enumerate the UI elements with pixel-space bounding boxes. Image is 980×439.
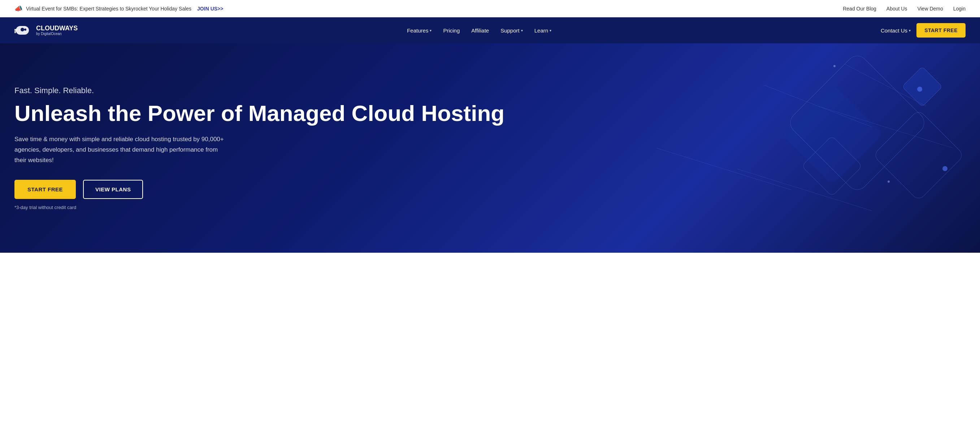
join-link[interactable]: JOIN US>> bbox=[197, 6, 223, 11]
hero-tagline: Fast. Simple. Reliable. bbox=[14, 86, 504, 95]
hero-background bbox=[441, 43, 980, 253]
svg-point-4 bbox=[21, 28, 24, 32]
nav-right-actions: Contact Us ▾ START FREE bbox=[881, 23, 966, 38]
affiliate-nav-item: Affiliate bbox=[466, 25, 494, 37]
hero-lines-svg bbox=[441, 43, 980, 253]
features-nav-item: Features ▾ bbox=[402, 25, 437, 37]
top-banner: 📣 Virtual Event for SMBs: Expert Strateg… bbox=[0, 0, 980, 17]
logo-text-block: CLOUDWAYS by DigitalOcean bbox=[36, 25, 78, 36]
logo-icon bbox=[14, 23, 32, 38]
logo[interactable]: CLOUDWAYS by DigitalOcean bbox=[14, 23, 78, 38]
learn-chevron-icon: ▾ bbox=[550, 29, 551, 32]
svg-line-9 bbox=[737, 169, 872, 211]
support-nav[interactable]: Support ▾ bbox=[495, 25, 528, 37]
hero-view-plans-button[interactable]: VIEW PLANS bbox=[83, 180, 143, 199]
support-chevron-icon: ▾ bbox=[521, 29, 523, 32]
read-our-blog-link[interactable]: Read Our Blog bbox=[843, 6, 877, 11]
announcement-bar: 📣 Virtual Event for SMBs: Expert Strateg… bbox=[14, 5, 223, 13]
announcement-text: Virtual Event for SMBs: Expert Strategie… bbox=[26, 6, 191, 11]
contact-us-link[interactable]: Contact Us ▾ bbox=[881, 27, 911, 33]
svg-line-10 bbox=[818, 106, 953, 148]
svg-line-7 bbox=[845, 64, 926, 106]
features-nav[interactable]: Features ▾ bbox=[402, 25, 437, 37]
hero-start-free-button[interactable]: START FREE bbox=[14, 180, 76, 199]
view-demo-link[interactable]: View Demo bbox=[917, 6, 943, 11]
start-free-nav-button[interactable]: START FREE bbox=[916, 23, 966, 38]
support-nav-item: Support ▾ bbox=[495, 25, 528, 37]
svg-line-8 bbox=[657, 148, 791, 190]
learn-nav-item: Learn ▾ bbox=[529, 25, 557, 37]
logo-brand: CLOUDWAYS by DigitalOcean bbox=[36, 25, 78, 36]
hero-section: Fast. Simple. Reliable. Unleash the Powe… bbox=[0, 43, 980, 253]
top-nav-links: Read Our Blog About Us View Demo Login bbox=[843, 6, 966, 11]
nav-links-list: Features ▾ Pricing Affiliate Support ▾ L… bbox=[402, 25, 557, 37]
hero-content: Fast. Simple. Reliable. Unleash the Powe… bbox=[14, 86, 504, 210]
hero-title: Unleash the Power of Managed Cloud Hosti… bbox=[14, 101, 504, 126]
pricing-nav-item: Pricing bbox=[438, 25, 465, 37]
contact-chevron-icon: ▾ bbox=[909, 29, 911, 32]
about-us-link[interactable]: About Us bbox=[886, 6, 907, 11]
hero-description: Save time & money with simple and reliab… bbox=[14, 134, 231, 166]
svg-point-5 bbox=[24, 29, 26, 31]
hero-buttons: START FREE VIEW PLANS bbox=[14, 180, 504, 199]
learn-nav[interactable]: Learn ▾ bbox=[529, 25, 557, 37]
hero-disclaimer: *3-day trial without credit card bbox=[14, 205, 504, 210]
login-link[interactable]: Login bbox=[953, 6, 966, 11]
logo-sub: by DigitalOcean bbox=[36, 32, 78, 36]
megaphone-icon: 📣 bbox=[14, 5, 22, 13]
pricing-nav[interactable]: Pricing bbox=[438, 25, 465, 37]
main-navigation: CLOUDWAYS by DigitalOcean Features ▾ Pri… bbox=[0, 17, 980, 43]
affiliate-nav[interactable]: Affiliate bbox=[466, 25, 494, 37]
features-chevron-icon: ▾ bbox=[430, 29, 431, 32]
